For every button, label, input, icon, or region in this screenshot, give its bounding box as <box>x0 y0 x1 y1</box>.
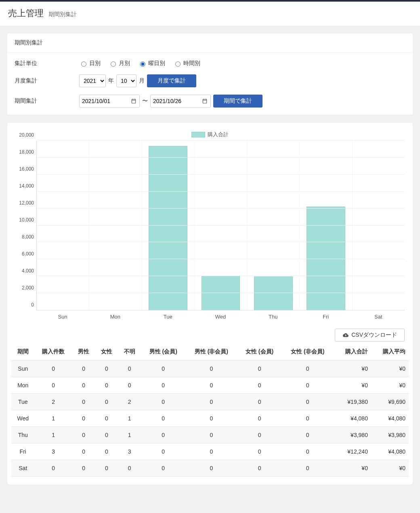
x-tick-label: Sat <box>352 314 405 320</box>
results-table: 期間購入件数男性女性不明男性 (会員)男性 (非会員)女性 (会員)女性 (非会… <box>11 343 409 477</box>
grid-line <box>37 259 405 259</box>
radio-monthly[interactable]: 月別 <box>109 60 130 67</box>
radio-daily-input[interactable] <box>81 61 86 67</box>
table-cell: 0 <box>95 460 118 477</box>
table-cell: 0 <box>72 410 95 427</box>
table-cell: ¥0 <box>334 361 371 377</box>
table-row: Thu10010000¥3,980¥3,980 <box>11 427 409 443</box>
table-cell: 0 <box>185 410 237 427</box>
month-select[interactable]: 10 <box>116 74 136 87</box>
y-tick-label: 10,000 <box>19 217 34 223</box>
table-cell: 0 <box>282 427 334 443</box>
legend-swatch <box>191 132 205 137</box>
x-tick-label: Fri <box>299 314 352 320</box>
year-select[interactable]: 2021 <box>79 74 106 87</box>
bar <box>254 277 293 310</box>
table-cell: 0 <box>141 443 185 460</box>
table-body: Sun00000000¥0¥0Mon00000000¥0¥0Tue2002000… <box>11 361 409 477</box>
table-cell: 0 <box>95 361 118 377</box>
table-cell: 0 <box>185 377 237 394</box>
table-cell: 0 <box>95 427 118 443</box>
bar-slot <box>353 141 405 310</box>
y-tick-label: 2,000 <box>22 285 34 291</box>
table-cell: 2 <box>35 394 72 410</box>
table-cell: 0 <box>141 460 185 477</box>
table-header-cell: 不明 <box>118 343 141 361</box>
table-cell: Fri <box>11 443 35 460</box>
table-cell: ¥4,080 <box>334 410 371 427</box>
table-cell: 1 <box>35 427 72 443</box>
grid-line <box>37 276 405 276</box>
chart-area: 購入合計 02,0004,0006,0008,00010,00012,00014… <box>7 123 413 324</box>
table-cell: 0 <box>95 410 118 427</box>
radio-hourly[interactable]: 時間別 <box>173 60 200 67</box>
table-cell: 0 <box>237 361 282 377</box>
table-cell: 0 <box>282 443 334 460</box>
table-cell: 0 <box>185 394 237 410</box>
table-cell: ¥4,080 <box>371 410 409 427</box>
grid-line <box>37 140 405 141</box>
table-cell: 0 <box>185 361 237 377</box>
y-tick-label: 0 <box>31 302 34 308</box>
aggregate-by-month-button[interactable]: 月度で集計 <box>147 74 196 87</box>
chart-legend: 購入合計 <box>15 131 405 138</box>
bar <box>149 146 187 310</box>
table-cell: 0 <box>118 460 141 477</box>
table-cell: ¥0 <box>371 377 409 394</box>
radio-hourly-input[interactable] <box>175 61 181 67</box>
table-cell: 0 <box>282 377 334 394</box>
aggregate-by-period-button[interactable]: 期間で集計 <box>213 95 262 108</box>
radio-weekday-input[interactable] <box>140 61 145 67</box>
table-cell: 0 <box>35 377 72 394</box>
page-subtitle: 期間別集計 <box>48 11 77 17</box>
table-row: Sat00000000¥0¥0 <box>11 460 409 477</box>
month-agg-label: 月度集計 <box>15 77 79 84</box>
table-header-cell: 期間 <box>11 343 35 361</box>
radio-monthly-input[interactable] <box>111 61 116 67</box>
date-to-input[interactable] <box>150 95 211 108</box>
table-cell: Sun <box>11 361 35 377</box>
csv-download-button[interactable]: CSVダウンロード <box>335 329 405 342</box>
unit-label: 集計単位 <box>15 60 79 67</box>
bar-slot <box>195 141 247 310</box>
radio-weekday[interactable]: 曜日別 <box>138 60 165 67</box>
cloud-download-icon <box>342 332 349 338</box>
table-cell: 0 <box>237 460 282 477</box>
y-tick-label: 4,000 <box>22 268 34 274</box>
table-cell: 0 <box>141 410 185 427</box>
y-tick-label: 14,000 <box>19 183 34 189</box>
table-cell: 0 <box>185 443 237 460</box>
table-cell: 0 <box>141 427 185 443</box>
table-cell: 2 <box>118 394 141 410</box>
table-cell: 0 <box>141 377 185 394</box>
table-cell: 0 <box>35 361 72 377</box>
table-cell: 0 <box>282 460 334 477</box>
bar-slot <box>142 141 195 310</box>
date-from-input[interactable] <box>79 95 140 108</box>
grid-line <box>37 208 405 209</box>
table-cell: 0 <box>72 361 95 377</box>
table-cell: ¥12,240 <box>334 443 371 460</box>
table-header-cell: 男性 <box>72 343 95 361</box>
table-header-cell: 男性 (会員) <box>141 343 185 361</box>
bar-slot <box>247 141 300 310</box>
table-cell: 1 <box>118 427 141 443</box>
table-cell: Mon <box>11 377 35 394</box>
table-header-cell: 購入合計 <box>334 343 371 361</box>
table-cell: 0 <box>282 394 334 410</box>
table-header-cell: 女性 (非会員) <box>282 343 334 361</box>
table-cell: 0 <box>237 394 282 410</box>
table-header-cell: 購入件数 <box>35 343 72 361</box>
x-tick-label: Tue <box>142 314 194 320</box>
table-cell: 0 <box>95 443 118 460</box>
page-header: 売上管理 期間別集計 <box>0 2 420 26</box>
table-cell: 0 <box>35 460 72 477</box>
radio-daily[interactable]: 日別 <box>79 60 101 67</box>
table-header-cell: 男性 (非会員) <box>185 343 237 361</box>
filter-panel: 期間別集計 集計単位 日別 月別 曜日別 <box>7 34 413 115</box>
bar-slot <box>37 141 89 310</box>
y-tick-label: 8,000 <box>22 234 34 240</box>
y-tick-label: 18,000 <box>19 149 34 155</box>
x-tick-label: Wed <box>194 314 247 320</box>
table-row: Tue20020000¥19,380¥9,690 <box>11 394 409 410</box>
